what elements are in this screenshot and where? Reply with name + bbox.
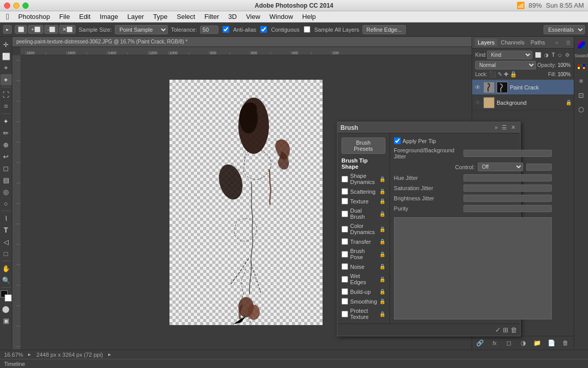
lock-all-icon[interactable]: 🔒: [510, 71, 517, 78]
brush-section-color-dynamics[interactable]: Color Dynamics 🔒: [337, 221, 389, 237]
swatches-panel-btn[interactable]: [575, 60, 587, 73]
eyedropper-tool[interactable]: ⌗: [1, 101, 12, 112]
marquee-tool[interactable]: ⬜: [1, 51, 12, 62]
new-layer-btn[interactable]: 📄: [545, 338, 558, 348]
lock-position-icon[interactable]: ✎: [498, 71, 502, 78]
brush-section-transfer[interactable]: Transfer 🔒: [337, 237, 389, 246]
kind-adjust-icon[interactable]: ◑: [543, 52, 550, 58]
menu-view[interactable]: View: [242, 12, 264, 21]
panel-menu-btn[interactable]: ☰: [566, 40, 571, 45]
menu-photoshop[interactable]: Photoshop: [14, 12, 54, 21]
add-mask-btn[interactable]: ◻: [502, 338, 516, 348]
wet-edges-checkbox[interactable]: [341, 276, 348, 283]
texture-checkbox[interactable]: [341, 198, 348, 204]
clone-stamp-tool[interactable]: ⊕: [1, 139, 12, 150]
path-tool[interactable]: ◁: [1, 236, 12, 247]
fg-bg-jitter-slider[interactable]: [463, 150, 552, 157]
brush-tool[interactable]: ✏: [1, 127, 12, 139]
brush-section-scattering[interactable]: Scattering 🔒: [337, 187, 389, 196]
menu-type[interactable]: Type: [149, 12, 172, 21]
foreground-background-colors[interactable]: [1, 290, 12, 302]
menu-filter[interactable]: Filter: [200, 12, 223, 21]
move-tool[interactable]: ✛: [1, 39, 12, 50]
zoom-tool[interactable]: 🔍: [1, 274, 12, 286]
new-selection-btn[interactable]: ⬜: [15, 25, 27, 34]
layer-fx-btn[interactable]: fx: [488, 338, 501, 348]
brush-section-shape-dynamics[interactable]: Shape Dynamics 🔒: [337, 171, 389, 187]
workspace-dropdown[interactable]: Essentials: [544, 25, 585, 34]
crop-tool[interactable]: ⛶: [1, 89, 12, 100]
brush-section-wet-edges[interactable]: Wet Edges 🔒: [337, 271, 389, 287]
scattering-checkbox[interactable]: [341, 188, 348, 195]
contiguous-checkbox[interactable]: [260, 26, 267, 33]
panel-expand-btn[interactable]: »: [555, 40, 558, 45]
link-layers-btn[interactable]: 🔗: [474, 338, 487, 348]
noise-checkbox[interactable]: [341, 263, 348, 270]
menu-window[interactable]: Window: [265, 12, 297, 21]
menu-3d[interactable]: 3D: [224, 12, 241, 21]
quick-mask-btn[interactable]: ⬤: [1, 303, 12, 314]
apply-per-tip-checkbox[interactable]: [394, 137, 401, 144]
new-fill-btn[interactable]: ◑: [517, 338, 530, 348]
brush-section-tip-shape[interactable]: Brush Tip Shape: [337, 156, 389, 171]
blend-mode-dropdown[interactable]: Normal: [475, 61, 536, 70]
layer-background[interactable]: 👁 Background 🔒: [472, 95, 574, 110]
brush-section-brush-pose[interactable]: Brush Pose 🔒: [337, 246, 389, 262]
apple-menu[interactable]: : [2, 12, 13, 21]
kind-shape-icon[interactable]: ◇: [557, 52, 563, 58]
color-dynamics-checkbox[interactable]: [341, 226, 348, 233]
dual-brush-checkbox[interactable]: [341, 211, 348, 217]
tab-layers[interactable]: Layers: [475, 38, 497, 47]
layer-paint-crack[interactable]: 👁 Paint Crack: [472, 80, 574, 95]
minimize-button[interactable]: [13, 3, 19, 9]
zoom-toggle[interactable]: ▸: [28, 351, 31, 358]
transfer-checkbox[interactable]: [341, 238, 348, 245]
brush-section-dual-brush[interactable]: Dual Brush 🔒: [337, 206, 389, 221]
purity-slider[interactable]: [463, 205, 552, 212]
document-canvas[interactable]: [169, 80, 323, 325]
menu-help[interactable]: Help: [298, 12, 320, 21]
control-value-input[interactable]: [526, 164, 552, 171]
brush-section-smoothing[interactable]: Smoothing 🔒: [337, 296, 389, 306]
sample-size-dropdown[interactable]: Point Sample 3 by 3 Average 5 by 5 Avera…: [115, 25, 168, 34]
brush-presets-button[interactable]: Brush Presets: [341, 137, 385, 154]
brush-save-btn[interactable]: ✓: [495, 326, 501, 334]
eraser-tool[interactable]: ◻: [1, 163, 12, 174]
add-selection-btn[interactable]: +⬜: [28, 25, 43, 34]
brush-section-texture[interactable]: Texture 🔒: [337, 196, 389, 206]
dodge-tool[interactable]: ○: [1, 198, 12, 209]
blur-tool[interactable]: ◎: [1, 186, 12, 197]
anti-alias-checkbox[interactable]: [223, 26, 229, 33]
paths-panel-btn[interactable]: ⬡: [575, 103, 587, 116]
pen-tool[interactable]: ⌇: [1, 213, 12, 224]
delete-layer-btn[interactable]: 🗑: [559, 338, 572, 348]
brightness-jitter-slider[interactable]: [463, 195, 552, 202]
brush-panel-close-btn[interactable]: ✕: [509, 124, 517, 131]
tolerance-input[interactable]: [200, 26, 218, 34]
gradient-tool[interactable]: ▤: [1, 174, 12, 186]
menu-image[interactable]: Image: [95, 12, 122, 21]
lock-pixels-icon[interactable]: ⬛: [489, 71, 496, 78]
healing-brush-tool[interactable]: ✦: [1, 116, 12, 127]
brush-panel-expand-btn[interactable]: »: [493, 124, 499, 131]
hue-jitter-slider[interactable]: [463, 174, 552, 181]
subtract-selection-btn[interactable]: -⬜: [44, 25, 58, 34]
sample-all-checkbox[interactable]: [304, 26, 310, 33]
layer-visibility-paint-crack[interactable]: 👁: [474, 84, 481, 91]
close-button[interactable]: [4, 3, 10, 9]
kind-pixel-icon[interactable]: ⬜: [534, 52, 542, 58]
menu-file[interactable]: File: [55, 12, 74, 21]
shape-dynamics-checkbox[interactable]: [341, 176, 348, 182]
layer-visibility-bg[interactable]: 👁: [474, 99, 481, 106]
shape-tool[interactable]: □: [1, 248, 12, 259]
play-btn[interactable]: ▸: [108, 351, 111, 358]
brush-section-noise[interactable]: Noise 🔒: [337, 262, 389, 271]
menu-edit[interactable]: Edit: [75, 12, 94, 21]
kind-smart-icon[interactable]: ⚙: [564, 52, 571, 58]
history-brush-tool[interactable]: ↩: [1, 151, 12, 162]
menu-layer[interactable]: Layer: [124, 12, 149, 21]
new-group-btn[interactable]: 📁: [530, 338, 544, 348]
tab-channels[interactable]: Channels: [498, 38, 527, 47]
maximize-button[interactable]: [22, 3, 29, 9]
intersect-selection-btn[interactable]: ✕⬜: [59, 25, 76, 34]
